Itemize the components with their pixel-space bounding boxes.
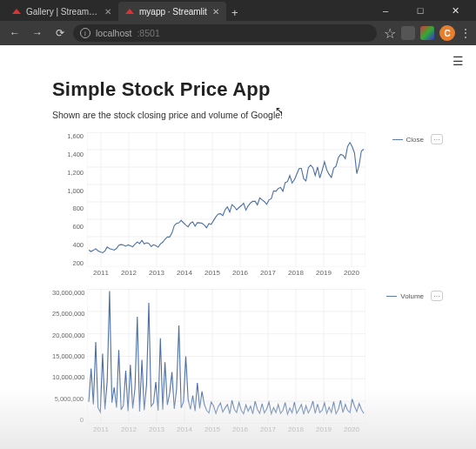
chart-menu-icon[interactable]: ⋯ <box>431 291 443 301</box>
site-info-icon[interactable]: i <box>80 28 91 38</box>
chart-menu-icon[interactable]: ⋯ <box>431 134 443 144</box>
profile-avatar[interactable]: C <box>439 25 455 41</box>
browser-tab[interactable]: myapp · Streamlit ✕ <box>118 2 226 21</box>
close-icon[interactable]: ✕ <box>104 7 111 17</box>
cursor-icon: ↖ <box>275 104 284 117</box>
toolbar-icons: ☆ C ⋮ <box>384 25 471 42</box>
tab-label: Gallery | Streamlit — The fastest <box>26 7 99 17</box>
chart-close: Close ⋯ 1,6001,4001,2001,000800600400200… <box>52 132 443 277</box>
close-window-button[interactable]: ✕ <box>438 0 473 21</box>
extension-icon[interactable] <box>401 26 415 40</box>
chart-legend: Volume ⋯ <box>386 291 443 301</box>
legend-label: Volume <box>400 292 424 300</box>
tab-label: myapp · Streamlit <box>139 7 207 17</box>
url-input[interactable]: i localhost:8501 <box>73 24 377 42</box>
page-title: Simple Stock Price App <box>52 78 443 101</box>
x-axis-labels: 2011201220132014201520162017201820192020 <box>87 426 365 433</box>
url-host: localhost <box>96 28 131 38</box>
page-content: ☰ Simple Stock Price App Shown are the s… <box>0 45 476 449</box>
chart-volume: Volume ⋯ 30,000,00025,000,00020,000,0001… <box>52 289 443 433</box>
svg-marker-0 <box>12 9 21 14</box>
page-subtitle: Shown are the stock closing price and vo… <box>52 110 443 120</box>
y-axis-labels: 1,6001,4001,2001,000800600400200 <box>52 132 84 267</box>
extension-icon[interactable] <box>420 26 434 40</box>
legend-swatch <box>392 139 403 140</box>
x-axis-labels: 2011201220132014201520162017201820192020 <box>87 269 365 277</box>
maximize-button[interactable]: □ <box>403 0 438 21</box>
y-axis-labels: 30,000,00025,000,00020,000,00015,000,000… <box>52 289 84 424</box>
back-button[interactable]: ← <box>5 23 24 43</box>
minimize-button[interactable]: – <box>368 0 403 21</box>
chart-legend: Close ⋯ <box>392 134 443 144</box>
forward-button[interactable]: → <box>28 23 47 43</box>
reload-button[interactable]: ⟳ <box>50 23 70 43</box>
chart-plot <box>87 289 365 424</box>
menu-icon[interactable]: ⋮ <box>460 27 471 39</box>
legend-swatch <box>386 296 397 297</box>
address-bar: ← → ⟳ i localhost:8501 ☆ C ⋮ <box>0 21 476 45</box>
browser-tab[interactable]: Gallery | Streamlit — The fastest ✕ <box>5 2 118 21</box>
streamlit-icon <box>12 7 21 16</box>
bookmark-icon[interactable]: ☆ <box>384 25 396 42</box>
chart-plot <box>87 132 365 267</box>
new-tab-button[interactable]: + <box>226 3 244 21</box>
close-icon[interactable]: ✕ <box>212 7 219 17</box>
streamlit-icon <box>125 7 134 16</box>
svg-marker-1 <box>125 9 134 14</box>
legend-label: Close <box>406 136 424 144</box>
url-port: :8501 <box>137 28 159 38</box>
hamburger-icon[interactable]: ☰ <box>453 54 464 68</box>
